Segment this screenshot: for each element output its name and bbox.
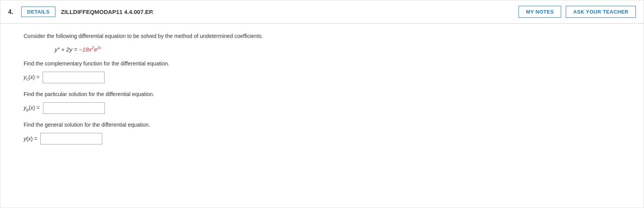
- header-left: 4. DETAILS ZILLDIFFEQMODAP11 4.4.007.EP.: [8, 7, 154, 17]
- complementary-instruction: Find the complementary function for the …: [24, 60, 620, 68]
- complementary-label: yc(x) =: [24, 74, 39, 81]
- ask-teacher-button[interactable]: ASK YOUR TEACHER: [566, 6, 636, 18]
- complementary-answer-row: yc(x) =: [24, 72, 620, 83]
- my-notes-button[interactable]: MY NOTES: [519, 6, 561, 18]
- question-number: 4.: [8, 9, 16, 15]
- particular-instruction: Find the particular solution for the dif…: [24, 90, 620, 98]
- question-body: Consider the following differential equa…: [0, 24, 644, 163]
- page-wrapper: 4. DETAILS ZILLDIFFEQMODAP11 4.4.007.EP.…: [0, 0, 644, 208]
- particular-input[interactable]: [43, 102, 105, 114]
- general-label: y(x) =: [24, 136, 37, 142]
- description-text: Consider the following differential equa…: [24, 32, 620, 40]
- particular-answer-row: yp(x) =: [24, 102, 620, 114]
- general-section: Find the general solution for the differ…: [24, 121, 620, 144]
- general-input[interactable]: [40, 133, 102, 144]
- problem-id: ZILLDIFFEQMODAP11 4.4.007.EP.: [61, 9, 154, 15]
- question-header: 4. DETAILS ZILLDIFFEQMODAP11 4.4.007.EP.…: [0, 0, 644, 24]
- equation-rhs: −18x2e2x: [79, 46, 101, 53]
- complementary-section: Find the complementary function for the …: [24, 60, 620, 83]
- equation-equals: =: [74, 46, 79, 53]
- details-button[interactable]: DETAILS: [21, 7, 55, 17]
- particular-label: yp(x) =: [24, 105, 40, 112]
- complementary-input[interactable]: [43, 72, 105, 83]
- header-right: MY NOTES ASK YOUR TEACHER: [519, 6, 636, 18]
- general-answer-row: y(x) =: [24, 133, 620, 144]
- equation-display: y″ + 2y = −18x2e2x: [55, 46, 620, 53]
- general-instruction: Find the general solution for the differ…: [24, 121, 620, 129]
- equation-lhs: y″ + 2y: [55, 46, 74, 53]
- particular-section: Find the particular solution for the dif…: [24, 90, 620, 114]
